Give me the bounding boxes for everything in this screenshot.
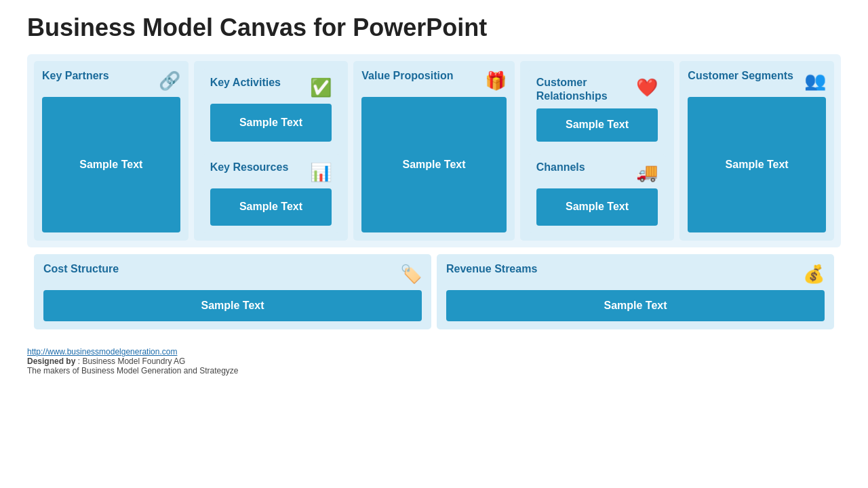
value-proposition-sample[interactable]: Sample Text (361, 97, 506, 232)
footer-url[interactable]: http://www.businessmodelgeneration.com (27, 347, 177, 357)
key-resources-title: Key Resources (210, 161, 289, 174)
money-bag-icon: 💰 (803, 264, 825, 285)
revenue-streams-title: Revenue Streams (446, 262, 537, 276)
heart-icon: ❤️ (636, 77, 658, 98)
key-partners-sample[interactable]: Sample Text (42, 97, 180, 232)
link-icon: 🔗 (159, 70, 180, 92)
checkmark-icon: ✅ (310, 77, 332, 98)
canvas-top-section: Key Partners 🔗 Sample Text Key Activitie… (27, 54, 841, 247)
footer-designed-by: Business Model Foundry AG (82, 357, 185, 366)
customer-relationships-header: Customer Relationships ❤️ (536, 76, 658, 103)
customer-segments-title: Customer Segments (688, 69, 793, 83)
footer-designed-label: Designed by (27, 357, 75, 366)
key-activities-cell: Key Activities ✅ Sample Text Key Resourc… (194, 61, 349, 241)
truck-icon: 🚚 (636, 162, 658, 183)
value-proposition-cell: Value Proposition 🎁 Sample Text (353, 61, 514, 241)
value-proposition-header: Value Proposition 🎁 (361, 69, 506, 92)
customer-segments-cell: Customer Segments 👥 Sample Text (679, 61, 834, 241)
key-activities-sub: Key Activities ✅ Sample Text (202, 69, 340, 148)
key-partners-header: Key Partners 🔗 (42, 69, 180, 92)
cost-structure-sample[interactable]: Sample Text (43, 290, 422, 321)
footer: http://www.businessmodelgeneration.com D… (27, 347, 841, 375)
key-activities-inner: Key Activities ✅ Sample Text Key Resourc… (202, 69, 340, 232)
key-resources-sample[interactable]: Sample Text (210, 188, 332, 226)
key-partners-title: Key Partners (42, 69, 109, 83)
revenue-streams-cell: Revenue Streams 💰 Sample Text (437, 254, 834, 329)
people-chart-icon: 📊 (310, 162, 332, 183)
customer-relationships-cell: Customer Relationships ❤️ Sample Text Ch… (520, 61, 675, 241)
cost-structure-header: Cost Structure 🏷️ (43, 262, 422, 285)
key-activities-sample[interactable]: Sample Text (210, 104, 332, 142)
key-partners-cell: Key Partners 🔗 Sample Text (34, 61, 189, 241)
customer-relationships-title: Customer Relationships (536, 76, 637, 103)
canvas-bottom-section: Cost Structure 🏷️ Sample Text Revenue St… (27, 254, 841, 336)
key-resources-header: Key Resources 📊 (210, 161, 332, 183)
tag-icon: 🏷️ (400, 264, 422, 285)
group-icon: 👥 (804, 70, 826, 92)
revenue-streams-sample[interactable]: Sample Text (446, 290, 825, 321)
channels-header: Channels 🚚 (536, 161, 658, 183)
customer-segments-sample[interactable]: Sample Text (688, 97, 826, 232)
cr-inner: Customer Relationships ❤️ Sample Text Ch… (528, 69, 667, 232)
cost-structure-cell: Cost Structure 🏷️ Sample Text (34, 254, 431, 329)
channels-sample[interactable]: Sample Text (536, 188, 658, 226)
key-activities-title: Key Activities (210, 76, 281, 89)
revenue-streams-header: Revenue Streams 💰 (446, 262, 825, 285)
customer-relationships-sub: Customer Relationships ❤️ Sample Text (528, 69, 667, 148)
value-proposition-title: Value Proposition (361, 69, 453, 83)
footer-tagline: The makers of Business Model Generation … (27, 366, 841, 375)
gift-icon: 🎁 (485, 70, 507, 92)
channels-sub: Channels 🚚 Sample Text (528, 154, 667, 233)
channels-title: Channels (536, 161, 585, 174)
cost-structure-title: Cost Structure (43, 262, 119, 276)
key-resources-sub: Key Resources 📊 Sample Text (202, 154, 340, 233)
customer-segments-header: Customer Segments 👥 (688, 69, 826, 92)
customer-relationships-sample[interactable]: Sample Text (536, 108, 658, 142)
key-activities-header: Key Activities ✅ (210, 76, 332, 98)
page-title: Business Model Canvas for PowerPoint (27, 14, 841, 42)
